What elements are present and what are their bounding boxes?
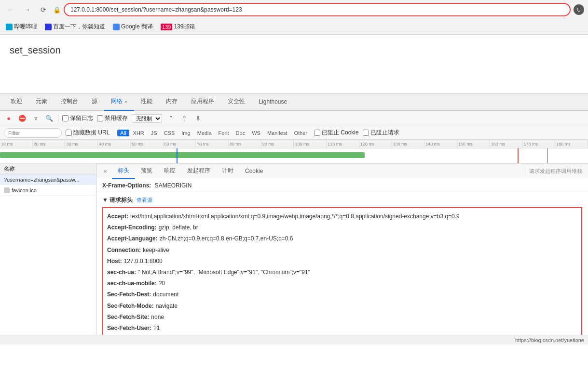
profile-icon[interactable]: U [574,4,584,15]
filter-doc[interactable]: Doc [233,130,248,136]
header-row: Accept-Encoding: gzip, deflate, br [107,222,577,233]
bookmark-baidu[interactable]: 百度一下，你就知道 [43,22,107,32]
detail-tab-timing[interactable]: 计时 [216,164,239,179]
search-button[interactable]: 🔍 [44,114,54,123]
view-source-link[interactable]: 查看源 [137,197,152,204]
network-item-0-label: ?username=zhangsan&passw... [4,177,79,183]
filter-input[interactable] [4,128,62,138]
header-key: Accept: [107,212,128,221]
detail-close-button[interactable]: × [98,165,112,178]
detail-tab-cookie[interactable]: Cookie [239,164,269,179]
timeline-tick: 40 ms [98,140,131,148]
timeline-tick: 170 ms [523,140,556,148]
tab-application[interactable]: 应用程序 [184,93,221,111]
bookmark-bilibili[interactable]: 哔哩哔哩 [4,22,39,32]
back-button[interactable]: ← [4,3,17,16]
tab-console[interactable]: 控制台 [54,93,85,111]
tab-network[interactable]: 网络× [104,93,134,111]
header-row: Sec-Fetch-Site: none [107,312,577,323]
tab-welcome[interactable]: 欢迎 [4,93,29,111]
filter-all[interactable]: All [117,130,129,136]
wifi-icon[interactable]: ⌃ [166,114,176,123]
timeline-tick: 160 ms [490,140,523,148]
disable-cache-label: 禁用缓存 [105,114,128,122]
network-list-item-0[interactable]: ?username=zhangsan&passw... [0,174,96,185]
header-row: Accept: text/html,application/xhtml+xml,… [107,211,577,222]
detail-tab-response[interactable]: 响应 [158,164,181,179]
timeline-bars [0,148,588,164]
tab-elements[interactable]: 元素 [29,93,54,111]
url-input[interactable] [64,3,571,16]
throttle-select[interactable]: 无限制 [132,114,162,123]
filter-other[interactable]: Other [291,130,310,136]
timeline-tick: 100 ms [294,140,327,148]
header-val: document [153,290,577,299]
forward-button[interactable]: → [20,3,34,16]
disable-cache-checkbox[interactable]: 禁用缓存 [97,114,128,122]
header-row: Host: 127.0.0.1:8000 [107,256,577,267]
bookmarks-bar: 哔哩哔哩 百度一下，你就知道 Google 翻译 139 139邮箱 [0,19,588,35]
tab-close-icon[interactable]: × [124,99,127,105]
hide-data-urls-checkbox[interactable]: 隐藏数据 URL [66,129,109,137]
filter-toggle-button[interactable]: ▿ [31,114,41,123]
timeline-tick: 10 ms [0,140,33,148]
header-val: gzip, deflate, br [159,223,577,232]
bookmark-google[interactable]: Google 翻译 [111,22,155,32]
block-requests-label: 已阻止请求 [370,129,399,137]
header-val: text/html,application/xhtml+xml,applicat… [130,212,577,221]
timeline-tick: 150 ms [457,140,490,148]
download-icon[interactable]: ⇩ [193,114,203,123]
network-item-1-label: favicon.ico [12,187,37,193]
header-key: Connection: [107,246,141,255]
preserve-log-input[interactable] [62,115,68,121]
bookmark-bilibili-label: 哔哩哔哩 [14,23,37,31]
xframe-key: X-Frame-Options: [102,182,151,189]
detail-tab-preview[interactable]: 预览 [135,164,158,179]
reload-button[interactable]: ⟳ [37,3,50,16]
filter-ws[interactable]: WS [249,130,263,136]
tab-security[interactable]: 安全性 [221,93,252,111]
block-requests-input[interactable] [363,130,369,136]
filter-img[interactable]: Img [178,130,193,136]
filter-manifest[interactable]: Manifest [264,130,290,136]
header-key: Sec-Fetch-Mode: [107,302,154,311]
timeline-marker-red [518,148,519,164]
network-split: 名称 ?username=zhangsan&passw... favicon.i… [0,164,588,335]
request-headers-title: ▼ 请求标头 查看源 [102,196,582,204]
detail-content: ▼ 请求标头 查看源 Accept: text/html,application… [96,192,588,335]
tab-memory[interactable]: 内存 [159,93,184,111]
filter-font[interactable]: Font [216,130,232,136]
header-key: Accept-Encoding: [107,223,157,232]
bookmark-mail-label: 139邮箱 [174,23,195,31]
record-button[interactable]: ● [4,114,14,123]
header-val: zh-CN,zh;q=0.9,en;q=0.8,en-GB;q=0.7,en-U… [160,234,577,243]
timeline-marker-gray [547,148,548,164]
tab-lighthouse[interactable]: Lighthouse [252,93,294,111]
clear-button[interactable]: ⛔ [17,114,27,123]
devtools: 欢迎 元素 控制台 源 网络× 性能 内存 应用程序 安全性 Lighthous… [0,93,588,344]
browser-chrome: ← → ⟳ 🔒 U 哔哩哔哩 百度一下，你就知道 Google 翻译 139 1… [0,0,588,35]
header-key: Accept-Language: [107,234,158,243]
timeline-tick: 20 ms [33,140,66,148]
tab-performance[interactable]: 性能 [134,93,159,111]
bookmark-mail[interactable]: 139 139邮箱 [159,22,197,32]
upload-icon[interactable]: ⇧ [179,114,189,123]
network-list-item-1[interactable]: favicon.ico [0,185,96,196]
block-requests-checkbox[interactable]: 已阻止请求 [363,129,399,137]
devtools-status: https://blog.csdn.net/yuetlone [0,335,588,344]
block-cookies-checkbox[interactable]: 已阻止 Cookie [314,129,359,137]
filter-xhr[interactable]: XHR [130,130,147,136]
detail-tab-headers[interactable]: 标头 [112,164,135,179]
tab-sources[interactable]: 源 [85,93,104,111]
preserve-log-checkbox[interactable]: 保留日志 [62,114,93,122]
header-val: navigate [156,302,577,311]
filter-js[interactable]: JS [148,130,160,136]
hide-data-urls-input[interactable] [66,130,72,136]
header-val: none [151,313,577,322]
detail-panel: × 标头 预览 响应 发起程序 计时 Cookie 请求发起程序调用堆栈 X-F… [96,164,588,335]
filter-media[interactable]: Media [194,130,215,136]
block-cookies-input[interactable] [314,130,320,136]
filter-css[interactable]: CSS [161,130,178,136]
detail-tab-initiator[interactable]: 发起程序 [181,164,216,179]
disable-cache-input[interactable] [97,115,103,121]
